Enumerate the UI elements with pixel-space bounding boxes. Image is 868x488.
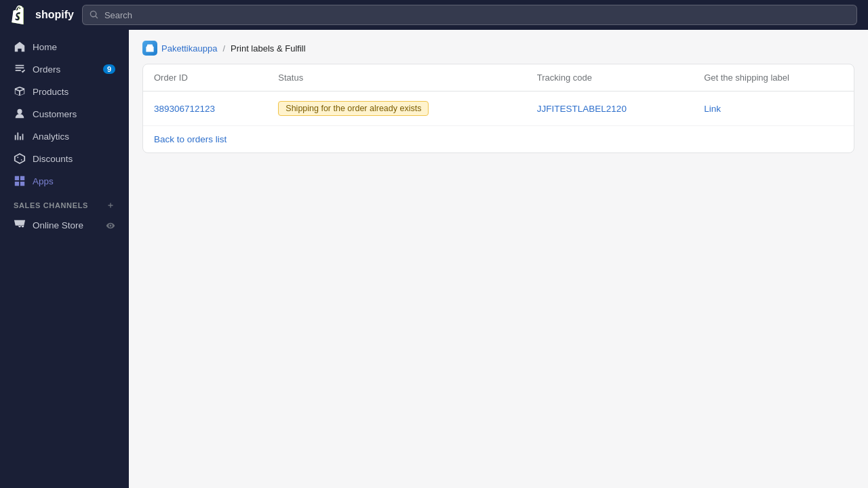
sidebar-item-orders[interactable]: Orders 9 <box>4 58 125 80</box>
sidebar: Home Orders 9 Products <box>0 30 129 488</box>
tracking-code-cell: JJFITESTLABEL2120 <box>526 92 693 126</box>
breadcrumb-separator: / <box>222 43 225 54</box>
back-link-container: Back to orders list <box>143 126 854 152</box>
col-tracking-code: Tracking code <box>526 64 693 92</box>
label-cell: Link <box>693 92 854 126</box>
brand-label: shopify <box>35 9 74 21</box>
search-icon <box>90 10 99 20</box>
order-id-link[interactable]: 389306712123 <box>154 104 215 114</box>
sidebar-item-discounts[interactable]: Discounts <box>4 148 125 169</box>
sidebar-label-orders: Orders <box>33 64 60 75</box>
col-status: Status <box>267 64 526 92</box>
sidebar-item-customers[interactable]: Customers <box>4 103 125 125</box>
topbar: shopify Search <box>0 0 868 30</box>
sidebar-label-analytics: Analytics <box>33 131 69 142</box>
apps-icon <box>14 175 26 187</box>
main-content: Pakettikauppa / Print labels & Fulfill O… <box>129 30 868 488</box>
online-store-visibility-button[interactable] <box>106 221 115 230</box>
back-to-orders-link[interactable]: Back to orders list <box>143 126 237 152</box>
online-store-icon <box>14 218 26 232</box>
table-row: 389306712123 Shipping for the order alre… <box>143 92 854 126</box>
orders-table-card: Order ID Status Tracking code Get the sh… <box>142 64 854 153</box>
sidebar-label-products: Products <box>33 87 68 97</box>
sales-channels-label: SALES CHANNELS <box>14 201 88 209</box>
products-icon <box>14 85 26 98</box>
layout: Home Orders 9 Products <box>0 30 868 488</box>
orders-icon <box>14 63 26 75</box>
sidebar-label-home: Home <box>33 42 57 52</box>
tracking-code-link[interactable]: JJFITESTLABEL2120 <box>537 104 627 114</box>
online-store-label: Online Store <box>33 220 83 230</box>
sidebar-item-online-store[interactable]: Online Store <box>4 214 125 237</box>
sidebar-label-discounts: Discounts <box>33 154 73 164</box>
search-placeholder: Search <box>104 10 132 20</box>
status-cell: Shipping for the order already exists <box>267 92 526 126</box>
sidebar-label-customers: Customers <box>33 109 77 119</box>
orders-badge: 9 <box>103 64 115 74</box>
sales-channels-section: SALES CHANNELS <box>0 192 129 213</box>
breadcrumb-current-page: Print labels & Fulfill <box>231 43 306 54</box>
search-bar[interactable]: Search <box>82 5 857 25</box>
customers-icon <box>14 108 26 120</box>
online-store-left: Online Store <box>14 218 83 232</box>
col-shipping-label: Get the shipping label <box>693 64 854 92</box>
breadcrumb-app-name: Pakettikauppa <box>161 43 217 54</box>
pakettikauppa-app-icon <box>142 41 157 56</box>
sidebar-item-apps[interactable]: Apps <box>4 170 125 192</box>
sidebar-nav: Home Orders 9 Products <box>0 30 129 238</box>
sidebar-item-products[interactable]: Products <box>4 81 125 102</box>
analytics-icon <box>14 130 26 142</box>
shipping-label-link[interactable]: Link <box>704 104 721 114</box>
col-order-id: Order ID <box>143 64 267 92</box>
order-id-cell: 389306712123 <box>143 92 267 126</box>
orders-table: Order ID Status Tracking code Get the sh… <box>143 64 854 126</box>
sidebar-item-home[interactable]: Home <box>4 36 125 58</box>
breadcrumb: Pakettikauppa / Print labels & Fulfill <box>129 30 868 64</box>
breadcrumb-app-link[interactable]: Pakettikauppa <box>142 41 217 56</box>
add-sales-channel-button[interactable] <box>106 201 115 210</box>
sidebar-item-analytics[interactable]: Analytics <box>4 125 125 147</box>
home-icon <box>14 41 26 53</box>
discounts-icon <box>14 152 26 165</box>
sidebar-label-apps: Apps <box>33 176 54 186</box>
shopify-logo-icon <box>11 5 30 24</box>
table-header-row: Order ID Status Tracking code Get the sh… <box>143 64 854 92</box>
status-badge: Shipping for the order already exists <box>278 101 429 116</box>
shopify-logo[interactable]: shopify <box>11 5 74 24</box>
